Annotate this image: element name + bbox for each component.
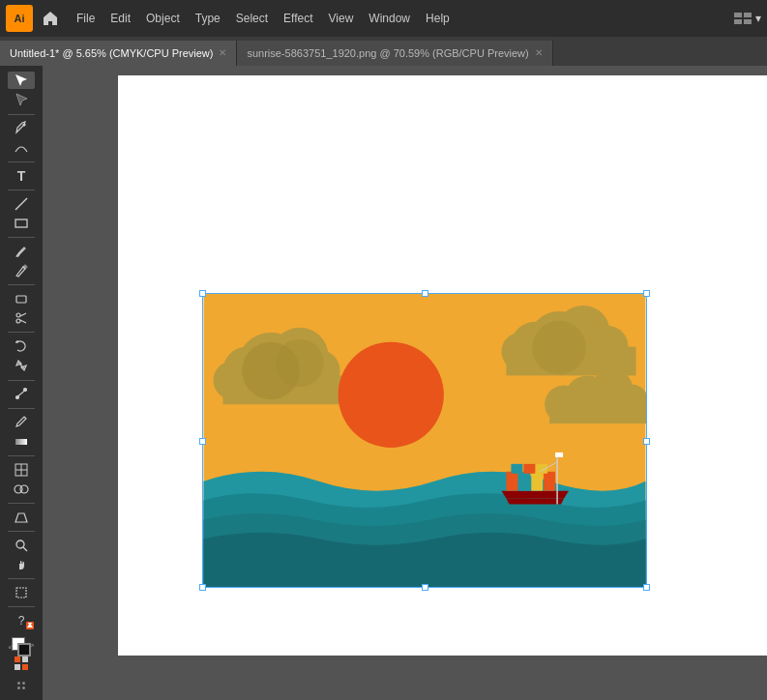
ai-logo: Ai xyxy=(6,5,33,32)
direct-selection-tool[interactable] xyxy=(8,91,35,108)
selection-handle-ml[interactable] xyxy=(199,438,206,445)
tab-sunrise[interactable]: sunrise-5863751_1920.png @ 70.59% (RGB/C… xyxy=(237,41,552,66)
svg-rect-6 xyxy=(15,219,27,227)
curvature-tool[interactable] xyxy=(8,139,35,157)
menu-edit[interactable]: Edit xyxy=(103,8,137,29)
canvas-area[interactable] xyxy=(43,66,767,700)
svg-rect-3 xyxy=(744,19,752,24)
tab-close-sunrise[interactable]: ✕ xyxy=(535,48,543,58)
pen-tool[interactable] xyxy=(8,119,35,136)
tab-close-untitled[interactable]: ✕ xyxy=(219,48,226,58)
home-button[interactable] xyxy=(39,7,62,30)
rotate-tool[interactable] xyxy=(8,337,35,355)
svg-rect-56 xyxy=(523,464,535,474)
selected-illustration[interactable] xyxy=(202,293,647,588)
chevron-icon: ▾ xyxy=(755,12,761,25)
text-tool[interactable]: T xyxy=(8,166,35,184)
svg-point-22 xyxy=(16,540,24,548)
workspace-grid-icon[interactable]: ▾ xyxy=(733,12,761,25)
svg-rect-51 xyxy=(506,472,517,491)
eyedropper-tool[interactable] xyxy=(8,413,35,430)
scale-tool[interactable] xyxy=(8,357,35,374)
shape-builder-tool[interactable] xyxy=(8,481,35,498)
selection-handle-mr[interactable] xyxy=(643,438,650,445)
svg-point-20 xyxy=(20,485,28,493)
selection-handle-bl[interactable] xyxy=(199,584,206,591)
svg-line-23 xyxy=(23,547,27,551)
menu-effect[interactable]: Effect xyxy=(277,8,319,29)
scissors-tool[interactable] xyxy=(8,309,35,327)
tool-separator-2 xyxy=(8,161,35,162)
selection-handle-tr[interactable] xyxy=(643,290,650,297)
svg-rect-55 xyxy=(511,464,522,474)
svg-rect-25 xyxy=(15,656,20,662)
tool-separator-11 xyxy=(8,531,35,532)
selection-handle-bm[interactable] xyxy=(422,584,428,591)
tab-label-sunrise: sunrise-5863751_1920.png @ 70.59% (RGB/C… xyxy=(247,47,528,59)
edit-colors-icon[interactable] xyxy=(8,655,35,672)
gradient-tool[interactable] xyxy=(8,432,35,450)
artboard-tool[interactable] xyxy=(8,584,35,601)
tool-separator-1 xyxy=(8,114,35,115)
svg-rect-60 xyxy=(555,452,563,457)
svg-rect-7 xyxy=(16,296,26,303)
tabs-bar: Untitled-1* @ 5.65% (CMYK/CPU Preview) ✕… xyxy=(0,37,767,66)
svg-point-4 xyxy=(23,124,25,126)
color-swatches[interactable]: ↙ ↗ xyxy=(8,633,35,651)
svg-rect-2 xyxy=(734,19,742,24)
menu-type[interactable]: Type xyxy=(189,8,227,29)
svg-line-5 xyxy=(15,198,27,210)
svg-rect-15 xyxy=(15,439,27,445)
svg-line-10 xyxy=(20,313,26,316)
selection-handle-tm[interactable] xyxy=(422,290,428,297)
tab-label-untitled: Untitled-1* @ 5.65% (CMYK/CPU Preview) xyxy=(10,47,213,59)
svg-rect-0 xyxy=(734,13,742,17)
svg-marker-21 xyxy=(15,513,27,522)
menu-window[interactable]: Window xyxy=(362,8,417,29)
svg-rect-24 xyxy=(16,588,26,598)
tool-separator-6 xyxy=(8,332,35,333)
mesh-tool[interactable] xyxy=(8,460,35,478)
selection-tool[interactable] xyxy=(8,72,35,89)
tool-separator-13 xyxy=(8,606,35,607)
paintbrush-tool[interactable] xyxy=(8,243,35,260)
tool-separator-5 xyxy=(8,284,35,285)
svg-point-13 xyxy=(16,396,19,399)
selection-handle-br[interactable] xyxy=(643,584,650,591)
tool-separator-9 xyxy=(8,455,35,456)
line-tool[interactable] xyxy=(8,194,35,212)
zoom-tool[interactable] xyxy=(8,537,35,554)
svg-rect-1 xyxy=(744,13,752,17)
tool-separator-4 xyxy=(8,237,35,238)
more-tools[interactable] xyxy=(8,677,35,694)
svg-rect-50 xyxy=(549,399,646,423)
selection-handle-tl[interactable] xyxy=(199,290,206,297)
svg-point-37 xyxy=(276,339,324,388)
menu-view[interactable]: View xyxy=(322,8,361,29)
perspective-tool[interactable] xyxy=(8,509,35,526)
pencil-tool[interactable] xyxy=(8,262,35,279)
warp-tool[interactable] xyxy=(8,385,35,402)
rect-tool[interactable] xyxy=(8,215,35,232)
tool-separator-3 xyxy=(8,190,35,190)
menu-select[interactable]: Select xyxy=(229,8,275,29)
menu-bar: Ai File Edit Object Type Select Effect V… xyxy=(0,0,767,37)
eraser-tool[interactable] xyxy=(8,290,35,307)
tool-separator-10 xyxy=(8,503,35,504)
main-area: T xyxy=(0,66,767,700)
menu-object[interactable]: Object xyxy=(139,8,187,29)
svg-point-14 xyxy=(24,389,27,392)
svg-point-8 xyxy=(16,313,20,317)
svg-rect-52 xyxy=(518,472,530,491)
tab-untitled[interactable]: Untitled-1* @ 5.65% (CMYK/CPU Preview) ✕ xyxy=(0,41,237,66)
svg-line-11 xyxy=(20,320,26,323)
svg-rect-26 xyxy=(22,656,28,662)
menu-file[interactable]: File xyxy=(70,8,102,29)
svg-rect-28 xyxy=(22,664,28,670)
svg-point-45 xyxy=(532,321,586,375)
hand-tool[interactable] xyxy=(8,556,35,573)
logo-text: Ai xyxy=(15,13,25,24)
svg-point-9 xyxy=(16,319,20,323)
menu-help[interactable]: Help xyxy=(419,8,457,29)
question-mark-tool[interactable]: ? xyxy=(8,612,35,629)
